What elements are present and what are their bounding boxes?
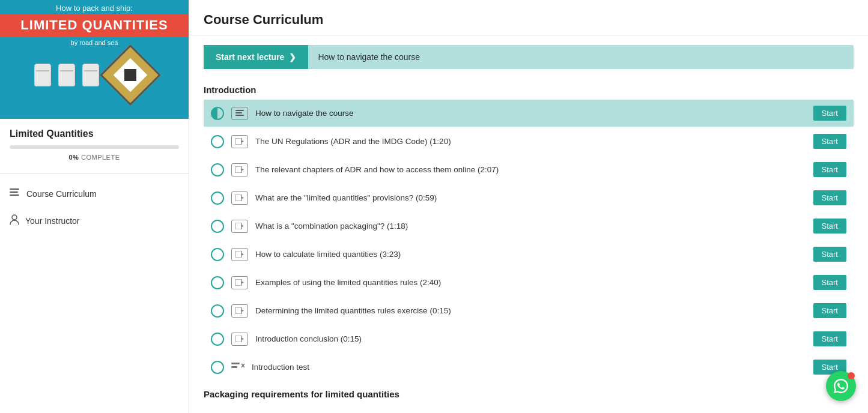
course-title: Limited Quantities (10, 128, 179, 139)
lecture-progress-icon (211, 361, 224, 374)
lecture-title: What are the "limited quantities" provis… (255, 193, 806, 202)
start-next-lecture-button[interactable]: Start next lecture ❯ (204, 45, 308, 69)
svg-rect-5 (235, 112, 242, 113)
notification-dot (848, 372, 855, 379)
barrel-icon (34, 64, 51, 86)
lecture-progress-icon (211, 135, 224, 148)
video-lecture-icon (231, 248, 248, 261)
banner-top-bar: How to pack and ship: (0, 0, 189, 14)
quiz-lecture-icon (231, 363, 244, 372)
lecture-title: Determining the limited quantities rules… (255, 306, 806, 315)
start-button[interactable]: Start (813, 134, 846, 149)
svg-rect-15 (231, 363, 240, 364)
sidebar-item-course-curriculum[interactable]: Course Curriculum (0, 181, 189, 207)
lecture-progress-icon (211, 163, 224, 176)
barrel-icon (58, 64, 75, 86)
svg-rect-6 (235, 115, 244, 116)
sidebar: How to pack and ship: LIMITED QUANTITIES… (0, 0, 189, 413)
lecture-progress-icon (211, 191, 224, 205)
start-button[interactable]: Start (813, 275, 846, 290)
start-button[interactable]: Start (813, 247, 846, 262)
lecture-progress-icon (211, 333, 224, 346)
page-title: Course Curriculum (204, 12, 854, 28)
start-button[interactable]: Start (813, 303, 846, 318)
video-lecture-icon (231, 220, 248, 233)
svg-rect-10 (235, 223, 241, 229)
lecture-progress-icon (211, 304, 224, 318)
barrel-icon (82, 64, 99, 86)
banner-image-area (0, 47, 189, 103)
lecture-row: What are the "limited quantities" provis… (204, 184, 854, 211)
svg-rect-13 (235, 307, 241, 314)
svg-rect-8 (235, 166, 241, 173)
sidebar-item-your-instructor[interactable]: Your Instructor (0, 207, 189, 235)
lecture-title: What is a "combination packaging"? (1:18… (255, 222, 806, 231)
lecture-row: How to calculate limited quantities (3:2… (204, 241, 854, 268)
svg-rect-11 (235, 251, 241, 258)
lecture-title: The relevant chapters of ADR and how to … (255, 165, 806, 174)
lecture-progress-icon (211, 248, 224, 261)
svg-rect-12 (235, 279, 241, 286)
svg-rect-7 (235, 138, 241, 145)
lecture-title: How to calculate limited quantities (3:2… (255, 250, 806, 259)
curriculum-list: How to navigate the course Start The UN … (189, 100, 868, 381)
next-lecture-bar: Start next lecture ❯ How to navigate the… (204, 45, 854, 69)
lecture-title: The UN Regulations (ADR and the IMDG Cod… (255, 137, 806, 146)
svg-rect-16 (231, 366, 237, 368)
start-button[interactable]: Start (813, 219, 846, 234)
lecture-title: Introduction test (252, 363, 806, 372)
sidebar-instructor-label: Your Instructor (25, 216, 80, 226)
video-lecture-icon (231, 163, 248, 176)
svg-rect-1 (10, 191, 18, 193)
lecture-row: Examples of using the limited quantities… (204, 269, 854, 296)
lecture-row: Introduction test Start (204, 354, 854, 381)
video-lecture-icon (231, 191, 248, 205)
diamond-hazmat-icon (100, 44, 161, 106)
main-content: Course Curriculum Start next lecture ❯ H… (189, 0, 868, 413)
lecture-row: Determining the limited quantities rules… (204, 297, 854, 324)
start-button[interactable]: Start (813, 106, 846, 121)
banner-title-text: LIMITED QUANTITIES (5, 17, 184, 33)
lecture-title: Examples of using the limited quantities… (255, 278, 806, 287)
diamond-inner (114, 58, 148, 92)
svg-rect-2 (10, 194, 19, 196)
text-lecture-icon (231, 107, 248, 120)
lecture-row: The relevant chapters of ADR and how to … (204, 156, 854, 183)
sidebar-curriculum-label: Course Curriculum (26, 189, 97, 199)
start-button[interactable]: Start (813, 162, 846, 177)
whatsapp-float-button[interactable] (826, 371, 856, 401)
progress-text: 0% COMPLETE (10, 154, 179, 161)
list-icon (10, 188, 20, 200)
section-introduction-label: Introduction (189, 79, 868, 100)
person-icon (10, 214, 19, 228)
progress-bar-bg (10, 145, 179, 149)
sidebar-divider (0, 173, 189, 173)
svg-rect-4 (235, 110, 244, 111)
start-button[interactable]: Start (813, 190, 846, 205)
svg-rect-9 (235, 194, 241, 201)
svg-rect-0 (10, 188, 19, 190)
section-packaging-label: Packaging requirements for limited quant… (189, 383, 868, 403)
lecture-progress-icon (211, 220, 224, 233)
start-button[interactable]: Start (813, 331, 846, 346)
banner-title-box: LIMITED QUANTITIES (0, 14, 189, 37)
banner-subtitle: by road and sea (0, 37, 189, 47)
lecture-row: How to navigate the course Start (204, 100, 854, 127)
banner-top-text: How to pack and ship: (5, 4, 184, 13)
lecture-title: How to navigate the course (255, 109, 806, 118)
svg-rect-14 (235, 336, 241, 342)
course-banner: How to pack and ship: LIMITED QUANTITIES… (0, 0, 189, 119)
lecture-progress-icon (211, 276, 224, 289)
course-info: Limited Quantities 0% COMPLETE (0, 119, 189, 166)
progress-label: COMPLETE (81, 154, 120, 161)
progress-percent: 0% (69, 154, 79, 161)
lecture-row: Introduction conclusion (0:15) Start (204, 325, 854, 352)
start-next-lecture-label: Start next lecture (216, 52, 284, 62)
diamond-shape (124, 69, 136, 81)
lecture-progress-icon (211, 107, 224, 120)
video-lecture-icon (231, 333, 248, 346)
video-lecture-icon (231, 276, 248, 289)
video-lecture-icon (231, 135, 248, 148)
lecture-row: What is a "combination packaging"? (1:18… (204, 213, 854, 240)
lecture-row: The UN Regulations (ADR and the IMDG Cod… (204, 128, 854, 155)
